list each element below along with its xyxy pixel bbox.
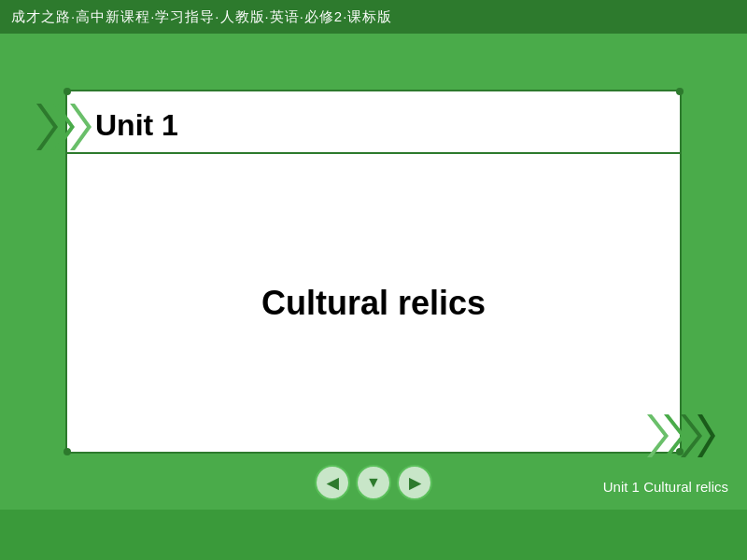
card-body: Cultural relics — [67, 154, 680, 452]
bottom-info: Unit 1 Cultural relics — [603, 479, 728, 495]
content-card: Unit 1 Cultural relics — [65, 90, 682, 454]
main-area: Unit 1 Cultural relics ◀ ▼ ▶ Unit 1 Cu — [0, 34, 747, 510]
header-title: 成才之路·高中新课程·学习指导·人教版·英语·必修2·课标版 — [11, 8, 392, 26]
nav-buttons: ◀ ▼ ▶ — [315, 465, 432, 500]
next-icon: ▶ — [409, 474, 420, 492]
unit-label: Unit 1 — [95, 108, 178, 143]
next-button[interactable]: ▶ — [397, 465, 432, 500]
down-icon: ▼ — [366, 474, 381, 491]
right-chevron-decoration — [642, 411, 715, 465]
corner-dot-bl — [63, 448, 71, 455]
card-header: Unit 1 — [67, 91, 680, 154]
prev-icon: ◀ — [327, 474, 338, 492]
header-bar: 成才之路·高中新课程·学习指导·人教版·英语·必修2·课标版 — [0, 0, 747, 34]
cultural-relics-title: Cultural relics — [261, 284, 486, 323]
down-button[interactable]: ▼ — [356, 465, 391, 500]
prev-button[interactable]: ◀ — [315, 465, 350, 500]
